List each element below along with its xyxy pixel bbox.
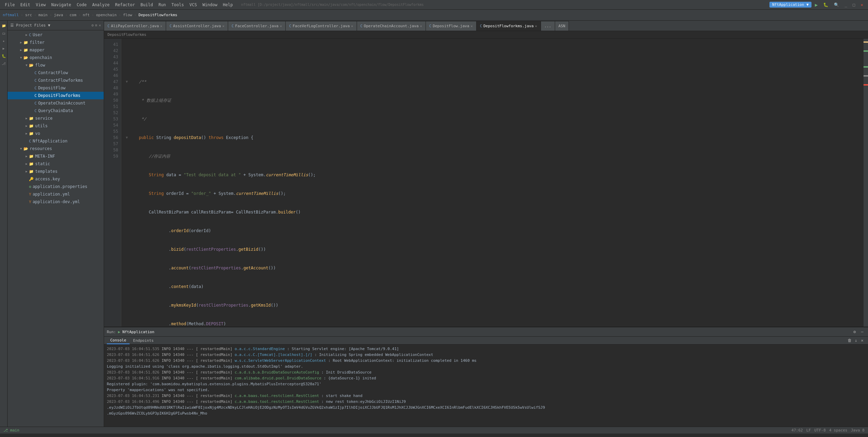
run-minimize-btn[interactable]: – (859, 329, 865, 335)
tree-item-service[interactable]: ▶ 📁 service (8, 115, 104, 122)
run-label: Run: (107, 330, 116, 334)
panel-close-icon[interactable]: ✕ (99, 23, 101, 28)
tree-item-vo[interactable]: ▶ 📁 vo (8, 130, 104, 137)
tree-item-contractflowforkms[interactable]: C ContractFlowforkms (8, 77, 104, 84)
tab-close-face[interactable]: ✕ (280, 24, 282, 28)
tree-item-depositflow[interactable]: C DepositFlow (8, 84, 104, 92)
ln-58: 58 (104, 147, 121, 153)
log-line-8: Property 'mapperLocations' was not speci… (107, 387, 865, 393)
tree-item-appprops[interactable]: ⚙ application.properties (8, 183, 104, 190)
sidebar-icon-favorites[interactable]: ★ (0, 37, 7, 44)
bc-java[interactable]: java (54, 13, 63, 17)
tab-label-facevef: FaceVefLogController.java (293, 24, 350, 28)
sidebar-icon-run[interactable]: ▶ (0, 45, 7, 52)
editor-area: C AliPayController.java ✕ C AssistContro… (104, 21, 868, 427)
tree-item-contractflow[interactable]: C ContractFlow (8, 69, 104, 77)
bc-main[interactable]: main (38, 13, 48, 17)
toolbar-run-btn[interactable]: ▶ (813, 1, 820, 8)
tree-item-user[interactable]: ▶ C User (8, 31, 104, 39)
sidebar-icon-structure[interactable]: 🗂 (0, 30, 7, 37)
panel-settings-icon[interactable]: ⚙ (91, 23, 94, 28)
tree-item-querychaindata[interactable]: C QueryChainData (8, 107, 104, 115)
bc-com[interactable]: com (70, 13, 76, 17)
menu-edit[interactable]: Edit (18, 2, 32, 8)
menu-file[interactable]: File (3, 2, 17, 8)
menu-navigate[interactable]: Navigate (49, 2, 73, 8)
tree-item-openchain[interactable]: ▼ 📂 openchain (8, 54, 104, 61)
tab-operate[interactable]: C OperateChainAccount.java ✕ (357, 21, 426, 31)
project-name[interactable]: nftmall (3, 13, 19, 17)
tab-facevef[interactable]: C FaceVefLogController.java ✕ (286, 21, 357, 31)
tab-assist[interactable]: C AssistController.java ✕ (166, 21, 228, 31)
menu-refactor[interactable]: Refactor (113, 2, 137, 8)
gutter-mark-1 (864, 41, 868, 43)
tab-console[interactable]: Console (107, 337, 130, 344)
menu-tools[interactable]: Tools (170, 2, 186, 8)
tree-item-filter[interactable]: ▶ 📁 filter (8, 39, 104, 46)
menu-help[interactable]: Help (221, 2, 235, 8)
menu-window[interactable]: Window (200, 2, 219, 8)
tree-item-metainf[interactable]: ▶ 📁 META-INF (8, 152, 104, 160)
window-max[interactable]: □ (851, 2, 857, 8)
sidebar-icon-vcs[interactable]: ⎇ (0, 60, 7, 67)
console-output[interactable]: 2023-07-03 16:04:51.535 INFO 14340 --- [… (104, 345, 868, 427)
tree-item-depositflowforkms[interactable]: C DepositFlowforkms (8, 92, 104, 99)
tab-endpoints[interactable]: Endpoints (130, 337, 157, 344)
tree-item-nftapplication[interactable]: C NftApplication (8, 137, 104, 145)
fold-45[interactable]: ▼ (125, 135, 129, 141)
sidebar-icon-project[interactable]: 📁 (0, 22, 7, 29)
menu-analyze[interactable]: Analyze (90, 2, 112, 8)
tab-close-facevef[interactable]: ✕ (351, 24, 353, 28)
menu-build[interactable]: Build (139, 2, 155, 8)
console-scroll-btn[interactable]: ↓ (853, 337, 859, 344)
menu-code[interactable]: Code (75, 2, 89, 8)
code-content[interactable]: ▼ /** * 数据上链存证 */ ▼ public Str (121, 39, 863, 327)
bc-file[interactable]: DepositFlowforkms (139, 13, 177, 17)
tree-label-accesskey: access.key (35, 177, 60, 181)
menu-vcs[interactable]: VCS (187, 2, 199, 8)
tree-item-mapper[interactable]: ▶ 📁 mapper (8, 46, 104, 54)
tree-item-accesskey[interactable]: 🔑 access.key (8, 175, 104, 183)
bc-src[interactable]: src (25, 13, 32, 17)
tab-close-alipay[interactable]: ✕ (160, 24, 162, 28)
tab-face[interactable]: C FaceController.java ✕ (228, 21, 286, 31)
tree-item-appyml[interactable]: Y application.yml (8, 190, 104, 198)
sidebar-icon-debug[interactable]: 🐛 (0, 52, 7, 59)
tree-item-flow[interactable]: ▼ 📂 flow (8, 61, 104, 69)
tab-more[interactable]: ... (541, 21, 555, 31)
tree-item-operatechainaccount[interactable]: C OperateChainAccount (8, 99, 104, 107)
toolbar-debug-btn[interactable]: 🐛 (821, 2, 830, 8)
tab-close-depositflowforkms[interactable]: ✕ (535, 24, 537, 28)
tab-depositflow[interactable]: C DepositFlow.java ✕ (426, 21, 477, 31)
panel-collapse-icon[interactable]: ≡ (95, 23, 98, 28)
bc-nft[interactable]: nft (83, 13, 90, 17)
console-clear-btn[interactable]: 🗑 (847, 337, 853, 344)
tree-item-resources[interactable]: ▼ 📂 resources (8, 145, 104, 152)
tab-depositflowforkms[interactable]: C DepositFlowforkms.java ✕ (477, 21, 541, 31)
code-editor[interactable]: 41 42 43 44 45 46 47 48 49 50 51 52 53 5… (104, 39, 863, 327)
code-line-55: .method(Method.DEPOSIT) (125, 321, 860, 327)
tree-item-static[interactable]: ▶ 📁 static (8, 160, 104, 168)
fold-42[interactable]: ▼ (125, 79, 129, 85)
ln-43: 43 (104, 54, 121, 60)
tab-alipay[interactable]: C AliPayController.java ✕ (104, 21, 166, 31)
bc-flow[interactable]: flow (123, 13, 132, 17)
menu-view[interactable]: View (34, 2, 48, 8)
window-close[interactable]: ✕ (859, 2, 865, 8)
tab-close-assist[interactable]: ✕ (222, 24, 224, 28)
window-min[interactable]: _ (843, 2, 849, 8)
tab-close-operate[interactable]: ✕ (420, 24, 422, 28)
toolbar-search-btn[interactable]: 🔍 (832, 2, 841, 8)
log-line-5: 2023-07-03 16:04:51.826 INFO 14340 --- [… (107, 369, 865, 375)
tree-item-appdevyml[interactable]: Y application-dev.yml (8, 198, 104, 206)
bc-openchain[interactable]: openchain (96, 13, 117, 17)
tree-label-resources: resources (30, 146, 52, 151)
tree-item-templates[interactable]: ▶ 📁 templates (8, 168, 104, 175)
menu-run[interactable]: Run (156, 2, 168, 8)
console-close-btn[interactable]: ✕ (859, 337, 865, 344)
run-settings-btn[interactable]: ⚙ (851, 329, 858, 335)
tab-close-depositflow[interactable]: ✕ (471, 24, 473, 28)
tab-asn[interactable]: ASN (555, 21, 569, 31)
status-git[interactable]: ⎇ main (3, 428, 19, 433)
tree-item-utils[interactable]: ▶ 📁 utils (8, 122, 104, 130)
